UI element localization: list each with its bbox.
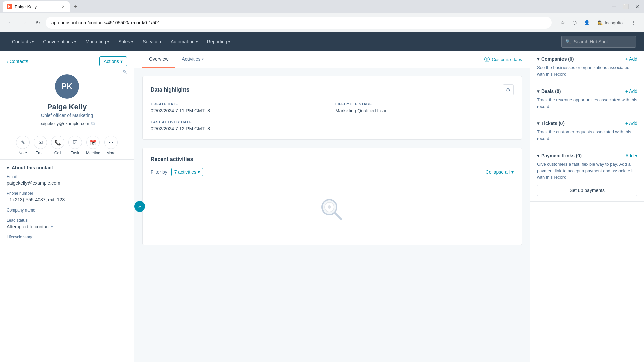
extension-icon[interactable]: ⬡ <box>569 17 580 28</box>
note-action-button[interactable]: ✎ Note <box>16 136 30 155</box>
payment-links-add-button[interactable]: Add ▾ <box>625 153 637 158</box>
tab-activities[interactable]: Activities ▾ <box>175 51 210 68</box>
browser-controls: ← → ↻ app.hubspot.com/contacts/45105500/… <box>0 13 644 32</box>
bookmark-star-icon[interactable]: ☆ <box>557 17 568 28</box>
collapse-sidebar-button[interactable]: » <box>134 201 145 212</box>
companies-section-header: ▾ Companies (0) + Add <box>537 56 637 62</box>
deals-section: ▾ Deals (0) + Add Track the revenue oppo… <box>530 83 644 115</box>
filter-activities-button[interactable]: 7 activities ▾ <box>171 168 203 176</box>
browser-actions: ☆ ⬡ 👤 🕵️ Incognito ⋮ <box>557 17 639 28</box>
recent-activities-card: Recent activities Filter by: 7 activitie… <box>142 148 522 245</box>
meeting-icon: 📅 <box>86 136 100 149</box>
payment-links-add-dropdown-icon: ▾ <box>635 153 637 158</box>
center-panel: Overview Activities ▾ ⚙ Customize tabs <box>134 51 530 362</box>
copy-email-icon[interactable]: ⧉ <box>91 121 95 126</box>
last-activity-item: LAST ACTIVITY DATE 02/02/2024 7:12 PM GM… <box>151 120 514 131</box>
more-label: More <box>106 150 115 155</box>
maximize-button[interactable]: ⬜ <box>621 2 630 11</box>
url-text: app.hubspot.com/contacts/45105500/record… <box>51 20 546 25</box>
lifecycle-label: Lifecycle stage <box>7 235 127 239</box>
lifecycle-stage-label: LIFECYCLE STAGE <box>335 102 514 106</box>
nav-marketing[interactable]: Marketing ▾ <box>82 36 113 47</box>
app: Contacts ▾ Conversations ▾ Marketing ▾ S… <box>0 32 644 362</box>
search-input[interactable] <box>574 39 632 44</box>
payment-links-description: Give customers a fast, flexible way to p… <box>537 161 637 181</box>
task-action-button[interactable]: ☑ Task <box>68 136 82 155</box>
lead-status-dropdown[interactable]: Attempted to contact ▾ <box>7 224 127 229</box>
incognito-badge: 🕵️ Incognito <box>593 19 627 27</box>
address-bar[interactable]: app.hubspot.com/contacts/45105500/record… <box>46 17 552 29</box>
create-date-label: CREATE DATE <box>151 102 329 106</box>
refresh-button[interactable]: ↻ <box>32 17 43 28</box>
tab-overview[interactable]: Overview <box>142 51 175 68</box>
nav-sales[interactable]: Sales ▾ <box>114 36 137 47</box>
tabs-bar: Overview Activities ▾ ⚙ Customize tabs <box>134 51 530 68</box>
customize-tabs-button[interactable]: ⚙ Customize tabs <box>484 57 522 62</box>
browser-menu-button[interactable]: ⋮ <box>628 17 639 28</box>
note-icon: ✎ <box>16 136 30 149</box>
deals-add-button[interactable]: + Add <box>625 88 637 94</box>
payment-links-title-text: Payment Links (0) <box>541 153 582 158</box>
companies-title[interactable]: ▾ Companies (0) <box>537 56 574 62</box>
about-section-title: ▾ About this contact <box>7 165 53 170</box>
close-window-button[interactable]: ✕ <box>633 2 641 11</box>
forward-button[interactable]: → <box>19 17 30 28</box>
setup-payments-button[interactable]: Set up payments <box>537 185 637 196</box>
note-label: Note <box>18 150 27 155</box>
tickets-add-label: + Add <box>625 121 637 126</box>
automation-chevron-icon: ▾ <box>196 40 198 44</box>
companies-add-button[interactable]: + Add <box>625 56 637 62</box>
lead-status-label: Lead status <box>7 218 127 223</box>
back-to-contacts-link[interactable]: ‹ Contacts <box>7 59 28 64</box>
nav-conversations[interactable]: Conversations ▾ <box>39 36 80 47</box>
filter-dropdown-icon: ▾ <box>198 169 200 175</box>
meeting-label: Meeting <box>86 150 100 155</box>
new-tab-button[interactable]: + <box>71 2 80 11</box>
call-label: Call <box>54 150 61 155</box>
tickets-section-header: ▾ Tickets (0) + Add <box>537 121 637 126</box>
collapse-all-button[interactable]: Collapse all ▾ <box>486 169 514 175</box>
email-icon: ✉ <box>34 136 47 149</box>
last-activity-value: 02/02/2024 7:12 PM GMT+8 <box>151 126 514 131</box>
data-highlights-settings-button[interactable]: ⚙ <box>503 84 514 95</box>
profile-icon[interactable]: 👤 <box>581 17 592 28</box>
deals-add-label: + Add <box>625 88 637 94</box>
minimize-button[interactable]: ─ <box>610 2 619 11</box>
create-date-value: 02/02/2024 7:11 PM GMT+8 <box>151 108 329 113</box>
filter-by-label: Filter by: <box>151 169 169 175</box>
top-nav: Contacts ▾ Conversations ▾ Marketing ▾ S… <box>0 32 644 51</box>
nav-search: 🔍 <box>561 36 636 48</box>
phone-field-label: Phone number <box>7 191 127 196</box>
nav-contacts-label: Contacts <box>12 39 31 44</box>
nav-contacts[interactable]: Contacts ▾ <box>8 36 38 47</box>
panel-content: Data highlights ⚙ CREATE DATE 02/02/2024… <box>134 68 530 253</box>
lifecycle-stage-item: LIFECYCLE STAGE Marketing Qualified Lead <box>335 102 514 113</box>
more-action-button[interactable]: ··· More <box>104 136 118 155</box>
nav-marketing-label: Marketing <box>86 39 106 44</box>
payment-links-add-label: Add <box>625 153 634 158</box>
actions-button[interactable]: Actions ▾ <box>99 56 127 66</box>
back-button[interactable]: ← <box>5 17 16 28</box>
lifecycle-field-group: Lifecycle stage <box>7 235 127 239</box>
nav-reporting[interactable]: Reporting ▾ <box>203 36 234 47</box>
tab-favicon: H <box>7 4 12 9</box>
call-action-button[interactable]: 📞 Call <box>51 136 64 155</box>
nav-service[interactable]: Service ▾ <box>139 36 165 47</box>
phone-field-group: Phone number +1 (213) 555-4087, ext. 123 <box>7 191 127 202</box>
payment-links-title[interactable]: ▾ Payment Links (0) <box>537 153 582 158</box>
contact-email-row: paigekelly@example.com ⧉ <box>39 121 94 126</box>
nav-automation-label: Automation <box>171 39 195 44</box>
nav-conversations-label: Conversations <box>43 39 73 44</box>
nav-automation[interactable]: Automation ▾ <box>167 36 202 47</box>
email-action-button[interactable]: ✉ Email <box>34 136 47 155</box>
browser-tab[interactable]: H Paige Kelly ✕ <box>3 1 70 12</box>
payment-links-chevron-icon: ▾ <box>537 153 539 158</box>
meeting-action-button[interactable]: 📅 Meeting <box>86 136 100 155</box>
edit-contact-icon[interactable]: ✎ <box>123 69 127 75</box>
about-section-header[interactable]: ▾ About this contact <box>7 165 127 170</box>
tickets-title[interactable]: ▾ Tickets (0) <box>537 121 565 126</box>
tickets-add-button[interactable]: + Add <box>625 121 637 126</box>
deals-title[interactable]: ▾ Deals (0) <box>537 88 561 94</box>
phone-field-value: +1 (213) 555-4087, ext. 123 <box>7 197 127 202</box>
tab-close-button[interactable]: ✕ <box>60 4 66 9</box>
